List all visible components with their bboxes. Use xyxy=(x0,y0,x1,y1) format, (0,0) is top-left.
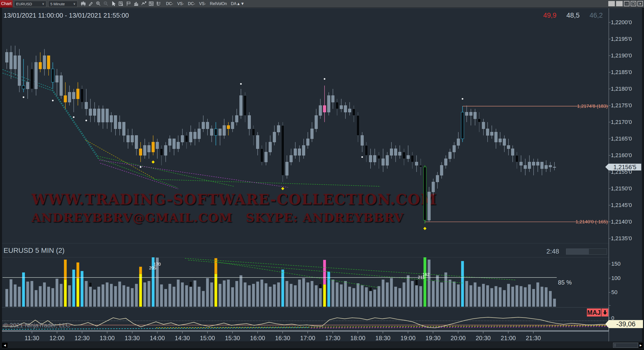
left-border xyxy=(0,8,2,350)
toolbar-button-dc[interactable]: DC- xyxy=(166,2,173,6)
window-square-icon[interactable] xyxy=(616,1,623,6)
time-axis-label: 14:30 xyxy=(175,335,190,342)
bar-progress xyxy=(566,249,607,255)
toolbar-button-vs[interactable]: VS- xyxy=(199,2,206,6)
price-axis-label: 1,2135'0 xyxy=(611,235,632,242)
time-axis-label: 13:30 xyxy=(125,335,140,342)
chart-tab[interactable]: Chart xyxy=(0,0,13,8)
indicator-bars-icon[interactable] xyxy=(132,1,140,7)
chart-canvas[interactable] xyxy=(2,8,642,341)
time-axis-label: 21:30 xyxy=(526,335,541,342)
chart-style-icon[interactable] xyxy=(79,1,87,7)
price-axis-label: 1,2150'0 xyxy=(611,185,632,192)
time-axis-label: 14:00 xyxy=(150,335,165,342)
scroll-left-button[interactable]: ◀ xyxy=(2,343,8,348)
price-level-label: 1,2174'8 (183) xyxy=(568,103,608,109)
grid-icon[interactable] xyxy=(147,1,155,7)
data-box-icon[interactable] xyxy=(117,1,125,7)
bar-timer: 2:48 xyxy=(546,248,559,255)
watermark: WWW.TRADING-SOFTWARE-COLLECTION.COM ANDR… xyxy=(31,191,404,225)
instrument-value: EURUSD xyxy=(16,2,32,6)
maj-badge[interactable]: MAJ xyxy=(587,308,608,317)
price-axis-label: 1,2185'0 xyxy=(611,69,632,76)
oscillator-value-tag: -39,06 xyxy=(609,320,643,328)
cursor-icon[interactable] xyxy=(110,1,117,7)
window-bottom-edge xyxy=(0,348,644,350)
time-axis-label: 16:00 xyxy=(250,335,265,342)
scrollbar-thumb[interactable] xyxy=(613,343,638,348)
time-axis-label: 15:30 xyxy=(225,335,240,342)
price-axis-label: 1,2200'0 xyxy=(611,19,632,26)
indicator-value: 48,5 xyxy=(561,12,580,19)
time-axis-label: 18:30 xyxy=(375,335,390,342)
bar-progress-fill xyxy=(566,249,589,254)
time-axis-label: 20:00 xyxy=(451,335,466,342)
line-draw-icon[interactable] xyxy=(140,1,147,7)
right-border xyxy=(642,8,644,350)
time-axis-label: 20:30 xyxy=(476,335,491,342)
volume-axis-label: 150 xyxy=(611,261,621,267)
price-axis-label: 1,2170'0 xyxy=(611,119,632,125)
price-axis-label: 1,2140'0 xyxy=(611,219,632,225)
flag-icon[interactable] xyxy=(125,1,132,7)
time-axis-label: 17:00 xyxy=(300,335,315,342)
price-axis-label: 1,2195'0 xyxy=(611,36,632,42)
down-arrow-icon xyxy=(601,308,608,317)
indicator-values: 49,948,546,2 xyxy=(533,12,603,19)
price-axis-label: 1,2160'0 xyxy=(611,152,632,159)
toolbar-button-dc[interactable]: DC- xyxy=(188,2,195,6)
copyright: © 2021 NinjaTrader, LLC xyxy=(4,322,70,329)
indicator-value: 46,2 xyxy=(584,12,603,19)
minimize-button[interactable]: ─ xyxy=(624,1,629,6)
volume-axis-label: 100 xyxy=(611,275,621,282)
time-axis-label: 12:30 xyxy=(74,335,90,342)
window-controls: ─ ❐ ✕ xyxy=(608,1,643,6)
watermark-line1: WWW.TRADING-SOFTWARE-COLLECTION.COM xyxy=(31,191,404,208)
restore-button[interactable]: ❐ xyxy=(631,1,636,6)
volume-panel-title: EURUSD 5 MIN (2) xyxy=(4,247,65,255)
price-axis-label: 1,2190'0 xyxy=(611,52,632,59)
toolbar-button-vs[interactable]: VS- xyxy=(177,2,184,6)
price-axis-label: 1,2180'0 xyxy=(611,86,632,92)
ninjatrader-chart-window: Chart EURUSD ∨ 5 Minute ∨ DC-VS-DC-VS-Re… xyxy=(0,0,644,350)
zoom-out-icon[interactable] xyxy=(102,1,110,7)
date-range: 13/01/2021 11:00:00 - 13/01/2021 21:55:0… xyxy=(4,12,129,19)
chevron-down-icon: ∨ xyxy=(42,2,44,6)
toolbar-icons xyxy=(79,1,163,7)
zoom-in-icon[interactable] xyxy=(95,1,102,7)
toolbar-button-da[interactable]: DA▲▼ xyxy=(231,2,245,6)
scrollbar-row xyxy=(2,342,642,348)
volume-value-label: 170 xyxy=(154,262,161,267)
period-dropdown[interactable]: 5 Minute ∨ xyxy=(48,1,77,7)
indicator-value: 49,9 xyxy=(538,12,556,19)
chevron-down-icon: ∨ xyxy=(73,2,75,6)
instrument-dropdown[interactable]: EURUSD ∨ xyxy=(14,1,46,7)
toolbar-button-relvolon[interactable]: RelVolOn xyxy=(210,2,227,6)
volume-axis-label: 50 xyxy=(611,289,617,296)
time-axis-label: 12:00 xyxy=(50,335,65,342)
list-icon[interactable] xyxy=(155,1,163,7)
window-square-icon[interactable] xyxy=(608,1,615,6)
price-axis-label: 1,2165'0 xyxy=(611,135,632,142)
watermark-line2: ANDREYBBRV@GMAIL.COM SKYPE: ANDREYBBRV xyxy=(31,211,404,225)
toolbar-text-buttons: DC-VS-DC-VS-RelVolOnDA▲▼ xyxy=(164,2,247,6)
time-axis-label: 18:00 xyxy=(350,335,365,342)
time-axis-label: 19:30 xyxy=(425,335,440,342)
volume-threshold-label: 85 % xyxy=(558,279,572,286)
time-axis-label: 21:00 xyxy=(501,335,516,342)
time-axis-label: 13:00 xyxy=(100,335,115,342)
draw-icon[interactable] xyxy=(87,1,95,7)
time-axis-label: 15:00 xyxy=(200,335,215,342)
period-value: 5 Minute xyxy=(50,2,65,6)
scroll-right-button[interactable]: ▶ xyxy=(639,343,643,348)
time-axis-label: 19:00 xyxy=(400,335,416,342)
toolbar: Chart EURUSD ∨ 5 Minute ∨ DC-VS-DC-VS-Re… xyxy=(0,0,644,8)
time-axis-label: 16:30 xyxy=(275,335,290,342)
maj-label: MAJ xyxy=(587,308,601,317)
time-axis-label: 17:30 xyxy=(325,335,340,342)
price-axis-label: 1,2145'0 xyxy=(611,202,632,208)
price-axis-label: 1,2155'0 xyxy=(611,169,632,175)
price-level-label: 1,2140'0 (-165) xyxy=(568,219,608,225)
close-button[interactable]: ✕ xyxy=(637,1,643,6)
time-axis-label: 11:30 xyxy=(25,335,39,342)
